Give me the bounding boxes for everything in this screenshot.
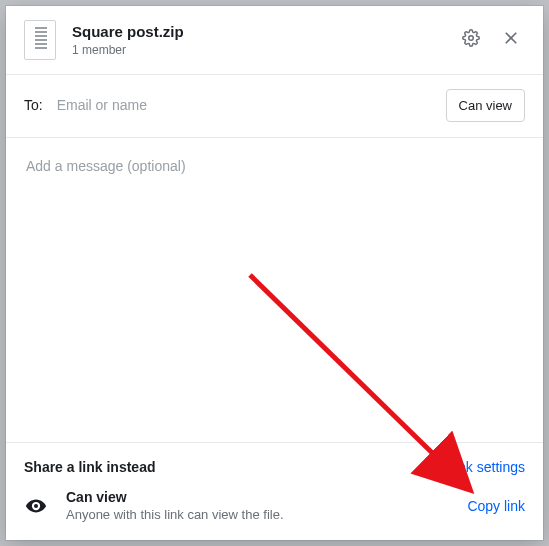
file-title: Square post.zip [72,23,457,41]
zip-file-icon [24,20,56,60]
svg-point-3 [34,503,38,507]
permission-dropdown[interactable]: Can view [446,89,525,122]
recipient-input[interactable] [57,87,432,123]
link-row: Can view Anyone with this link can view … [24,489,525,522]
settings-button[interactable] [457,26,485,54]
close-icon [502,29,520,51]
svg-point-0 [469,36,474,41]
header-actions [457,26,525,54]
link-text-block: Can view Anyone with this link can view … [66,489,467,522]
share-link-title: Share a link instead [24,459,156,475]
to-label: To: [24,97,43,113]
copy-link-button[interactable]: Copy link [467,498,525,514]
gear-icon [462,29,480,51]
link-section: Share a link instead Link settings Can v… [6,442,543,540]
link-section-header: Share a link instead Link settings [24,459,525,475]
message-area [6,138,543,442]
eye-icon [24,494,48,518]
message-input[interactable] [24,156,525,208]
close-button[interactable] [497,26,525,54]
link-settings-button[interactable]: Link settings [447,459,525,475]
member-count: 1 member [72,43,457,57]
dialog-header: Square post.zip 1 member [6,6,543,75]
link-permission-desc: Anyone with this link can view the file. [66,507,467,522]
share-dialog: Square post.zip 1 member [6,6,543,540]
recipient-row: To: Can view [6,75,543,138]
link-permission-title: Can view [66,489,467,505]
title-block: Square post.zip 1 member [72,23,457,57]
